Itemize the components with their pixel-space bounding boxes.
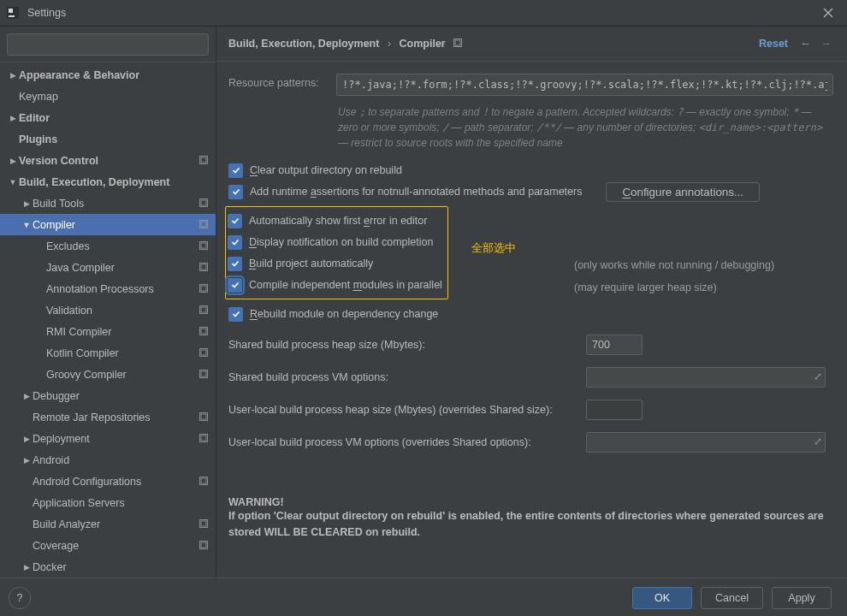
cancel-button[interactable]: Cancel bbox=[701, 587, 763, 609]
search-input[interactable] bbox=[7, 33, 209, 56]
warning-title: WARNING! bbox=[228, 496, 833, 508]
sidebar-item-label: Docker bbox=[33, 561, 210, 573]
sidebar-item-android-configurations[interactable]: Android Configurations bbox=[0, 471, 216, 492]
sidebar-item-coverage[interactable]: Coverage bbox=[0, 535, 216, 556]
reset-link[interactable]: Reset bbox=[759, 38, 788, 50]
chevron-down-icon[interactable]: ▼ bbox=[21, 221, 33, 229]
sidebar-item-label: Build, Execution, Deployment bbox=[19, 176, 210, 188]
search-row bbox=[0, 27, 216, 62]
sidebar-item-excludes[interactable]: Excludes bbox=[0, 235, 216, 257]
sidebar-item-build-execution-deployment[interactable]: ▼Build, Execution, Deployment bbox=[0, 171, 216, 192]
dialog-footer: ? OK Cancel Apply bbox=[0, 578, 847, 616]
svg-rect-24 bbox=[201, 350, 206, 355]
build-auto-label: Build project automatically bbox=[249, 258, 373, 270]
expand-icon[interactable]: ⤢ bbox=[814, 370, 822, 382]
project-scope-icon bbox=[198, 347, 210, 359]
sidebar-item-validation[interactable]: Validation bbox=[0, 299, 216, 321]
chevron-right-icon[interactable]: ▶ bbox=[7, 157, 19, 165]
auto-error-checkbox[interactable] bbox=[228, 214, 242, 228]
annotation-callout: 全部选中 bbox=[471, 240, 516, 256]
sidebar-item-label: Kotlin Compiler bbox=[46, 347, 193, 359]
svg-rect-8 bbox=[201, 157, 206, 163]
build-auto-checkbox[interactable] bbox=[228, 257, 242, 271]
sidebar-item-label: Compiler bbox=[33, 219, 193, 231]
sidebar-item-docker[interactable]: ▶Docker bbox=[0, 556, 216, 578]
add-runtime-checkbox[interactable] bbox=[228, 185, 243, 199]
sidebar-item-build-tools[interactable]: ▶Build Tools bbox=[0, 192, 216, 214]
chevron-right-icon[interactable]: ▶ bbox=[21, 563, 33, 572]
sidebar-item-keymap[interactable]: Keymap bbox=[0, 86, 216, 107]
auto-error-label: Automatically show first error in editor bbox=[249, 215, 427, 227]
sidebar-item-remote-jar-repositories[interactable]: Remote Jar Repositories bbox=[0, 406, 216, 428]
project-scope-icon bbox=[198, 518, 210, 530]
configure-annotations-button[interactable]: Configure annotations... bbox=[606, 182, 760, 202]
project-scope-icon bbox=[198, 283, 210, 295]
back-arrow-icon[interactable]: ← bbox=[800, 38, 811, 50]
svg-rect-20 bbox=[201, 307, 206, 312]
sidebar-item-java-compiler[interactable]: Java Compiler bbox=[0, 257, 216, 278]
close-icon[interactable] bbox=[813, 0, 844, 26]
resource-patterns-input[interactable] bbox=[336, 74, 833, 96]
sidebar-item-label: Version Control bbox=[19, 155, 193, 167]
sidebar-item-editor[interactable]: ▶Editor bbox=[0, 107, 216, 128]
shared-vm-label: Shared build process VM options: bbox=[228, 371, 574, 383]
chevron-right-icon[interactable]: ▶ bbox=[7, 114, 19, 122]
sidebar-item-label: Annotation Processors bbox=[46, 283, 193, 295]
sidebar-item-label: Remote Jar Repositories bbox=[33, 412, 193, 424]
sidebar-item-label: Plugins bbox=[19, 133, 210, 145]
sidebar-item-label: Excludes bbox=[46, 240, 193, 252]
sidebar-item-deployment[interactable]: ▶Deployment bbox=[0, 428, 216, 449]
sidebar-item-label: Deployment bbox=[33, 433, 193, 445]
rebuild-dep-checkbox[interactable] bbox=[228, 307, 243, 322]
chevron-right-icon[interactable]: ▶ bbox=[21, 199, 33, 208]
sidebar-item-appearance-behavior[interactable]: ▶Appearance & Behavior bbox=[0, 64, 216, 86]
expand-icon[interactable]: ⤢ bbox=[814, 435, 822, 447]
app-icon bbox=[5, 5, 21, 21]
shared-heap-input[interactable] bbox=[586, 335, 643, 355]
user-heap-input[interactable] bbox=[586, 400, 643, 420]
sidebar-item-debugger[interactable]: ▶Debugger bbox=[0, 385, 216, 406]
project-scope-icon bbox=[198, 540, 210, 552]
chevron-right-icon[interactable]: ▶ bbox=[21, 435, 33, 443]
sidebar-item-groovy-compiler[interactable]: Groovy Compiler bbox=[0, 364, 216, 385]
svg-rect-32 bbox=[201, 478, 206, 483]
project-scope-icon bbox=[198, 433, 210, 445]
sidebar-item-android[interactable]: ▶Android bbox=[0, 449, 216, 471]
svg-rect-38 bbox=[455, 40, 460, 45]
add-runtime-label: Add runtime assertions for notnull-annot… bbox=[250, 186, 582, 198]
sidebar-item-annotation-processors[interactable]: Annotation Processors bbox=[0, 278, 216, 299]
sidebar-item-build-analyzer[interactable]: Build Analyzer bbox=[0, 513, 216, 535]
project-scope-icon bbox=[198, 326, 210, 338]
apply-button[interactable]: Apply bbox=[772, 587, 832, 609]
settings-content: Resource patterns: Use ; to separate pat… bbox=[216, 62, 847, 578]
rebuild-dep-label: Rebuild module on dependency change bbox=[250, 308, 438, 320]
sidebar-item-label: Coverage bbox=[33, 540, 193, 552]
sidebar-item-plugins[interactable]: Plugins bbox=[0, 128, 216, 150]
ok-button[interactable]: OK bbox=[632, 587, 692, 609]
build-auto-note: (only works while not running / debuggin… bbox=[574, 259, 774, 271]
chevron-right-icon[interactable]: ▶ bbox=[21, 392, 33, 400]
project-scope-icon bbox=[198, 305, 210, 317]
sidebar-item-version-control[interactable]: ▶Version Control bbox=[0, 150, 216, 171]
compile-parallel-checkbox[interactable] bbox=[228, 278, 242, 293]
user-vm-input[interactable] bbox=[586, 432, 826, 453]
svg-rect-22 bbox=[201, 329, 206, 334]
chevron-right-icon[interactable]: ▶ bbox=[7, 71, 19, 80]
clear-output-checkbox[interactable] bbox=[228, 163, 243, 178]
sidebar-item-compiler[interactable]: ▼Compiler bbox=[0, 214, 216, 235]
project-scope-icon bbox=[198, 412, 210, 424]
sidebar-item-rmi-compiler[interactable]: RMI Compiler bbox=[0, 321, 216, 342]
sidebar-item-kotlin-compiler[interactable]: Kotlin Compiler bbox=[0, 342, 216, 364]
chevron-down-icon[interactable]: ▼ bbox=[7, 178, 19, 187]
display-notification-checkbox[interactable] bbox=[228, 235, 242, 250]
sidebar-item-label: Application Servers bbox=[33, 497, 210, 509]
help-button[interactable]: ? bbox=[9, 587, 31, 609]
shared-heap-label: Shared build process heap size (Mbytes): bbox=[228, 339, 574, 351]
sidebar-item-label: Build Tools bbox=[33, 198, 193, 210]
shared-vm-input[interactable] bbox=[586, 367, 826, 388]
settings-tree[interactable]: ▶Appearance & BehaviorKeymap▶EditorPlugi… bbox=[0, 62, 216, 578]
chevron-right-icon[interactable]: ▶ bbox=[21, 456, 33, 465]
sidebar-item-application-servers[interactable]: Application Servers bbox=[0, 492, 216, 513]
svg-rect-18 bbox=[201, 286, 206, 291]
compile-parallel-label: Compile independent modules in parallel bbox=[249, 279, 442, 291]
